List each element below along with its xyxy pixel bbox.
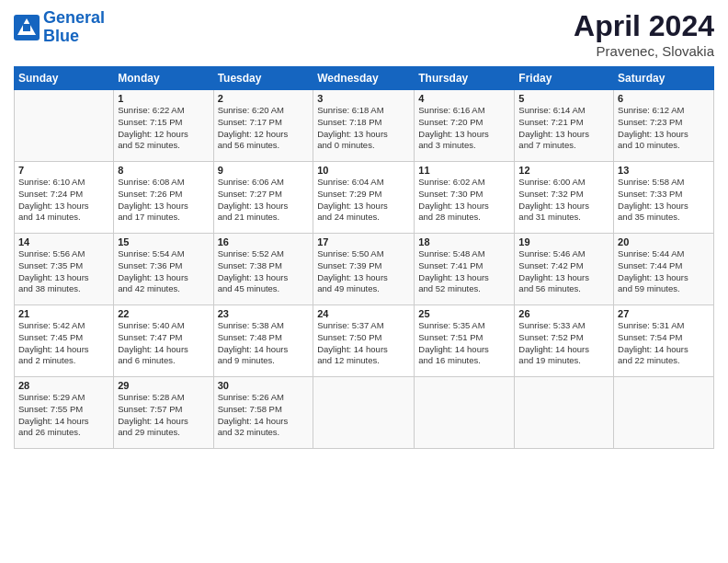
header-day: Tuesday	[213, 67, 313, 90]
day-info: Sunrise: 5:29 AM Sunset: 7:55 PM Dayligh…	[18, 392, 109, 439]
day-cell: 4Sunrise: 6:16 AM Sunset: 7:20 PM Daylig…	[415, 90, 515, 162]
day-info: Sunrise: 5:50 AM Sunset: 7:39 PM Dayligh…	[317, 248, 410, 295]
header-day: Saturday	[614, 67, 714, 90]
day-info: Sunrise: 5:26 AM Sunset: 7:58 PM Dayligh…	[218, 392, 310, 439]
day-number: 22	[118, 308, 209, 319]
day-number: 29	[118, 380, 209, 391]
day-number: 9	[218, 165, 310, 176]
day-info: Sunrise: 5:31 AM Sunset: 7:54 PM Dayligh…	[618, 320, 710, 367]
header-day: Friday	[515, 67, 614, 90]
day-number: 6	[618, 93, 710, 104]
day-number: 24	[317, 308, 410, 319]
day-cell: 22Sunrise: 5:40 AM Sunset: 7:47 PM Dayli…	[114, 305, 213, 377]
day-number: 23	[218, 308, 310, 319]
day-number: 4	[418, 93, 510, 104]
day-number: 30	[218, 380, 310, 391]
day-info: Sunrise: 6:00 AM Sunset: 7:32 PM Dayligh…	[518, 177, 609, 224]
day-info: Sunrise: 6:22 AM Sunset: 7:15 PM Dayligh…	[118, 105, 209, 152]
day-info: Sunrise: 6:08 AM Sunset: 7:26 PM Dayligh…	[118, 177, 209, 224]
day-cell: 13Sunrise: 5:58 AM Sunset: 7:33 PM Dayli…	[614, 162, 714, 234]
day-number: 13	[618, 165, 710, 176]
header-row: SundayMondayTuesdayWednesdayThursdayFrid…	[15, 67, 714, 90]
header-day: Sunday	[15, 67, 114, 90]
day-cell: 8Sunrise: 6:08 AM Sunset: 7:26 PM Daylig…	[114, 162, 213, 234]
day-cell: 19Sunrise: 5:46 AM Sunset: 7:42 PM Dayli…	[515, 234, 614, 305]
day-number: 28	[18, 380, 109, 391]
day-info: Sunrise: 5:58 AM Sunset: 7:33 PM Dayligh…	[618, 177, 710, 224]
day-number: 12	[518, 165, 609, 176]
day-cell: 2Sunrise: 6:20 AM Sunset: 7:17 PM Daylig…	[213, 90, 313, 162]
svg-rect-2	[23, 24, 30, 31]
day-cell: 7Sunrise: 6:10 AM Sunset: 7:24 PM Daylig…	[15, 162, 114, 234]
day-number: 27	[618, 308, 710, 319]
day-cell: 11Sunrise: 6:02 AM Sunset: 7:30 PM Dayli…	[415, 162, 515, 234]
day-cell	[415, 377, 515, 449]
day-number: 25	[418, 308, 510, 319]
day-cell	[313, 377, 415, 449]
day-number: 5	[518, 93, 609, 104]
day-cell: 5Sunrise: 6:14 AM Sunset: 7:21 PM Daylig…	[515, 90, 614, 162]
day-cell: 25Sunrise: 5:35 AM Sunset: 7:51 PM Dayli…	[415, 305, 515, 377]
day-info: Sunrise: 5:28 AM Sunset: 7:57 PM Dayligh…	[118, 392, 209, 439]
day-number: 11	[418, 165, 510, 176]
day-info: Sunrise: 6:16 AM Sunset: 7:20 PM Dayligh…	[418, 105, 510, 152]
day-number: 14	[18, 236, 109, 247]
day-cell	[515, 377, 614, 449]
header-day: Monday	[114, 67, 213, 90]
day-number: 7	[18, 165, 109, 176]
logo-line1: General	[43, 8, 105, 27]
day-info: Sunrise: 6:04 AM Sunset: 7:29 PM Dayligh…	[317, 177, 410, 224]
logo-icon	[14, 15, 40, 40]
day-number: 3	[317, 93, 410, 104]
logo-line2: Blue	[43, 27, 79, 45]
day-cell: 28Sunrise: 5:29 AM Sunset: 7:55 PM Dayli…	[15, 377, 114, 449]
day-cell: 30Sunrise: 5:26 AM Sunset: 7:58 PM Dayli…	[213, 377, 313, 449]
day-info: Sunrise: 6:02 AM Sunset: 7:30 PM Dayligh…	[418, 177, 510, 224]
header-day: Wednesday	[313, 67, 415, 90]
day-number: 16	[218, 236, 310, 247]
day-number: 2	[218, 93, 310, 104]
day-info: Sunrise: 5:54 AM Sunset: 7:36 PM Dayligh…	[118, 248, 209, 295]
day-info: Sunrise: 5:48 AM Sunset: 7:41 PM Dayligh…	[418, 248, 510, 295]
day-info: Sunrise: 5:33 AM Sunset: 7:52 PM Dayligh…	[518, 320, 609, 367]
day-cell: 18Sunrise: 5:48 AM Sunset: 7:41 PM Dayli…	[415, 234, 515, 305]
day-cell: 24Sunrise: 5:37 AM Sunset: 7:50 PM Dayli…	[313, 305, 415, 377]
calendar-table: SundayMondayTuesdayWednesdayThursdayFrid…	[14, 66, 714, 449]
day-cell: 21Sunrise: 5:42 AM Sunset: 7:45 PM Dayli…	[15, 305, 114, 377]
subtitle: Pravenec, Slovakia	[574, 43, 714, 59]
day-cell	[614, 377, 714, 449]
day-info: Sunrise: 6:14 AM Sunset: 7:21 PM Dayligh…	[518, 105, 609, 152]
day-number: 18	[418, 236, 510, 247]
header: General Blue April 2024 Pravenec, Slovak…	[14, 9, 714, 59]
title-block: April 2024 Pravenec, Slovakia	[574, 9, 714, 59]
day-cell	[15, 90, 114, 162]
day-info: Sunrise: 6:18 AM Sunset: 7:18 PM Dayligh…	[317, 105, 410, 152]
header-day: Thursday	[415, 67, 515, 90]
day-info: Sunrise: 5:35 AM Sunset: 7:51 PM Dayligh…	[418, 320, 510, 367]
day-info: Sunrise: 5:52 AM Sunset: 7:38 PM Dayligh…	[218, 248, 310, 295]
day-info: Sunrise: 6:10 AM Sunset: 7:24 PM Dayligh…	[18, 177, 109, 224]
day-cell: 12Sunrise: 6:00 AM Sunset: 7:32 PM Dayli…	[515, 162, 614, 234]
day-cell: 17Sunrise: 5:50 AM Sunset: 7:39 PM Dayli…	[313, 234, 415, 305]
day-info: Sunrise: 5:46 AM Sunset: 7:42 PM Dayligh…	[518, 248, 609, 295]
day-cell: 14Sunrise: 5:56 AM Sunset: 7:35 PM Dayli…	[15, 234, 114, 305]
day-number: 15	[118, 236, 209, 247]
week-row: 21Sunrise: 5:42 AM Sunset: 7:45 PM Dayli…	[15, 305, 714, 377]
day-cell: 20Sunrise: 5:44 AM Sunset: 7:44 PM Dayli…	[614, 234, 714, 305]
day-number: 19	[518, 236, 609, 247]
day-number: 20	[618, 236, 710, 247]
day-cell: 23Sunrise: 5:38 AM Sunset: 7:48 PM Dayli…	[213, 305, 313, 377]
logo: General Blue	[14, 9, 105, 46]
day-info: Sunrise: 5:44 AM Sunset: 7:44 PM Dayligh…	[618, 248, 710, 295]
day-number: 26	[518, 308, 609, 319]
week-row: 1Sunrise: 6:22 AM Sunset: 7:15 PM Daylig…	[15, 90, 714, 162]
day-cell: 6Sunrise: 6:12 AM Sunset: 7:23 PM Daylig…	[614, 90, 714, 162]
week-row: 28Sunrise: 5:29 AM Sunset: 7:55 PM Dayli…	[15, 377, 714, 449]
day-cell: 26Sunrise: 5:33 AM Sunset: 7:52 PM Dayli…	[515, 305, 614, 377]
week-row: 7Sunrise: 6:10 AM Sunset: 7:24 PM Daylig…	[15, 162, 714, 234]
day-number: 21	[18, 308, 109, 319]
day-info: Sunrise: 5:40 AM Sunset: 7:47 PM Dayligh…	[118, 320, 209, 367]
month-title: April 2024	[574, 9, 714, 43]
day-info: Sunrise: 5:42 AM Sunset: 7:45 PM Dayligh…	[18, 320, 109, 367]
day-number: 8	[118, 165, 209, 176]
